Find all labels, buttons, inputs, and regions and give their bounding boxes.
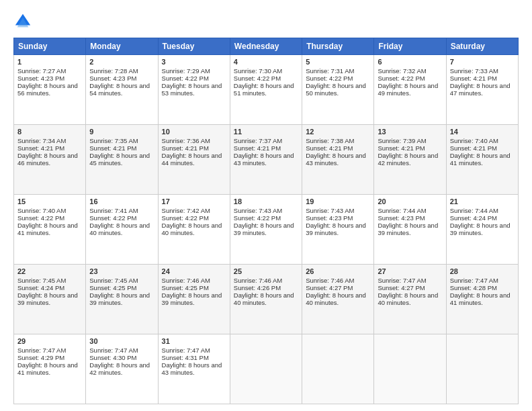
sunset-label: Sunset: 4:21 PM bbox=[378, 144, 425, 152]
sunrise-label: Sunrise: 7:33 AM bbox=[450, 67, 498, 75]
day-cell: 22Sunrise: 7:45 AMSunset: 4:24 PMDayligh… bbox=[14, 265, 86, 334]
sunset-label: Sunset: 4:30 PM bbox=[89, 354, 136, 361]
day-number: 8 bbox=[17, 128, 82, 136]
sunset-label: Sunset: 4:22 PM bbox=[162, 75, 209, 82]
day-cell bbox=[230, 334, 302, 404]
sunset-label: Sunset: 4:25 PM bbox=[162, 284, 209, 291]
daylight-label: Daylight: 8 hours and 39 minutes. bbox=[234, 222, 294, 236]
sunset-label: Sunset: 4:31 PM bbox=[162, 354, 209, 361]
day-cell: 27Sunrise: 7:47 AMSunset: 4:27 PMDayligh… bbox=[374, 265, 446, 334]
sunrise-label: Sunrise: 7:27 AM bbox=[17, 67, 66, 75]
day-cell: 29Sunrise: 7:47 AMSunset: 4:29 PMDayligh… bbox=[14, 334, 86, 404]
sunrise-label: Sunrise: 7:47 AM bbox=[17, 347, 66, 354]
sunrise-label: Sunrise: 7:40 AM bbox=[17, 207, 66, 214]
logo-icon bbox=[13, 12, 32, 31]
day-number: 12 bbox=[306, 128, 370, 136]
sunrise-label: Sunrise: 7:43 AM bbox=[306, 207, 354, 214]
daylight-label: Daylight: 8 hours and 40 minutes. bbox=[89, 222, 150, 236]
week-row-1: 1Sunrise: 7:27 AMSunset: 4:23 PMDaylight… bbox=[14, 55, 519, 125]
daylight-label: Daylight: 8 hours and 50 minutes. bbox=[306, 82, 366, 97]
day-number: 10 bbox=[162, 128, 226, 136]
day-cell: 2Sunrise: 7:28 AMSunset: 4:23 PMDaylight… bbox=[86, 55, 158, 125]
sunset-label: Sunset: 4:24 PM bbox=[17, 284, 64, 291]
daylight-label: Daylight: 8 hours and 39 minutes. bbox=[450, 222, 511, 236]
day-cell: 14Sunrise: 7:40 AMSunset: 4:21 PMDayligh… bbox=[446, 125, 518, 195]
daylight-label: Daylight: 8 hours and 42 minutes. bbox=[378, 152, 438, 167]
day-cell bbox=[374, 334, 446, 404]
weekday-header-thursday: Thursday bbox=[302, 38, 374, 55]
week-row-5: 29Sunrise: 7:47 AMSunset: 4:29 PMDayligh… bbox=[14, 334, 519, 404]
header bbox=[13, 12, 519, 31]
day-cell: 8Sunrise: 7:34 AMSunset: 4:21 PMDaylight… bbox=[14, 125, 86, 195]
sunset-label: Sunset: 4:29 PM bbox=[17, 354, 64, 361]
day-cell bbox=[302, 334, 374, 404]
weekday-header-sunday: Sunday bbox=[14, 38, 86, 55]
calendar-table: SundayMondayTuesdayWednesdayThursdayFrid… bbox=[13, 38, 519, 404]
sunset-label: Sunset: 4:22 PM bbox=[17, 214, 64, 222]
day-number: 7 bbox=[450, 58, 515, 66]
sunrise-label: Sunrise: 7:47 AM bbox=[162, 347, 210, 354]
sunset-label: Sunset: 4:22 PM bbox=[234, 75, 281, 82]
daylight-label: Daylight: 8 hours and 39 minutes. bbox=[306, 222, 366, 236]
sunrise-label: Sunrise: 7:31 AM bbox=[306, 67, 354, 75]
sunrise-label: Sunrise: 7:28 AM bbox=[89, 67, 138, 75]
sunset-label: Sunset: 4:21 PM bbox=[450, 75, 497, 82]
sunrise-label: Sunrise: 7:47 AM bbox=[378, 277, 426, 284]
daylight-label: Daylight: 8 hours and 39 minutes. bbox=[89, 291, 150, 306]
daylight-label: Daylight: 8 hours and 40 minutes. bbox=[378, 291, 438, 306]
day-number: 1 bbox=[17, 58, 82, 66]
day-cell: 30Sunrise: 7:47 AMSunset: 4:30 PMDayligh… bbox=[86, 334, 158, 404]
weekday-header-row: SundayMondayTuesdayWednesdayThursdayFrid… bbox=[14, 38, 519, 55]
day-number: 20 bbox=[378, 197, 442, 205]
sunset-label: Sunset: 4:27 PM bbox=[306, 284, 353, 291]
day-number: 27 bbox=[378, 267, 442, 275]
daylight-label: Daylight: 8 hours and 45 minutes. bbox=[89, 152, 150, 167]
day-number: 25 bbox=[234, 267, 298, 275]
day-number: 11 bbox=[234, 128, 298, 136]
sunset-label: Sunset: 4:23 PM bbox=[89, 75, 136, 82]
daylight-label: Daylight: 8 hours and 53 minutes. bbox=[162, 82, 222, 97]
page: SundayMondayTuesdayWednesdayThursdayFrid… bbox=[0, 0, 532, 411]
day-number: 4 bbox=[234, 58, 298, 66]
week-row-2: 8Sunrise: 7:34 AMSunset: 4:21 PMDaylight… bbox=[14, 125, 519, 195]
day-cell: 13Sunrise: 7:39 AMSunset: 4:21 PMDayligh… bbox=[374, 125, 446, 195]
sunrise-label: Sunrise: 7:34 AM bbox=[17, 137, 66, 144]
daylight-label: Daylight: 8 hours and 43 minutes. bbox=[162, 361, 222, 376]
weekday-header-wednesday: Wednesday bbox=[230, 38, 302, 55]
sunrise-label: Sunrise: 7:44 AM bbox=[450, 207, 498, 214]
day-cell: 16Sunrise: 7:41 AMSunset: 4:22 PMDayligh… bbox=[86, 195, 158, 265]
sunrise-label: Sunrise: 7:45 AM bbox=[89, 277, 138, 284]
day-number: 16 bbox=[89, 197, 154, 205]
daylight-label: Daylight: 8 hours and 56 minutes. bbox=[17, 82, 78, 97]
day-cell: 26Sunrise: 7:46 AMSunset: 4:27 PMDayligh… bbox=[302, 265, 374, 334]
day-cell: 23Sunrise: 7:45 AMSunset: 4:25 PMDayligh… bbox=[86, 265, 158, 334]
day-cell bbox=[446, 334, 518, 404]
sunrise-label: Sunrise: 7:36 AM bbox=[162, 137, 210, 144]
day-number: 19 bbox=[306, 197, 370, 205]
sunset-label: Sunset: 4:26 PM bbox=[234, 284, 281, 291]
sunrise-label: Sunrise: 7:43 AM bbox=[234, 207, 282, 214]
day-cell: 3Sunrise: 7:29 AMSunset: 4:22 PMDaylight… bbox=[158, 55, 230, 125]
day-number: 14 bbox=[450, 128, 515, 136]
sunset-label: Sunset: 4:21 PM bbox=[234, 144, 281, 152]
daylight-label: Daylight: 8 hours and 46 minutes. bbox=[17, 152, 78, 167]
sunset-label: Sunset: 4:21 PM bbox=[162, 144, 209, 152]
day-cell: 19Sunrise: 7:43 AMSunset: 4:23 PMDayligh… bbox=[302, 195, 374, 265]
daylight-label: Daylight: 8 hours and 47 minutes. bbox=[450, 82, 511, 97]
day-number: 28 bbox=[450, 267, 515, 275]
sunset-label: Sunset: 4:21 PM bbox=[17, 144, 64, 152]
daylight-label: Daylight: 8 hours and 41 minutes. bbox=[450, 152, 511, 167]
day-cell: 9Sunrise: 7:35 AMSunset: 4:21 PMDaylight… bbox=[86, 125, 158, 195]
week-row-4: 22Sunrise: 7:45 AMSunset: 4:24 PMDayligh… bbox=[14, 265, 519, 334]
weekday-header-monday: Monday bbox=[86, 38, 158, 55]
sunset-label: Sunset: 4:21 PM bbox=[306, 144, 353, 152]
daylight-label: Daylight: 8 hours and 41 minutes. bbox=[17, 361, 78, 376]
daylight-label: Daylight: 8 hours and 44 minutes. bbox=[162, 152, 222, 167]
day-number: 29 bbox=[17, 337, 82, 345]
sunset-label: Sunset: 4:22 PM bbox=[162, 214, 209, 222]
daylight-label: Daylight: 8 hours and 40 minutes. bbox=[162, 222, 222, 236]
daylight-label: Daylight: 8 hours and 43 minutes. bbox=[234, 152, 294, 167]
sunset-label: Sunset: 4:22 PM bbox=[306, 75, 353, 82]
day-number: 18 bbox=[234, 197, 298, 205]
sunset-label: Sunset: 4:25 PM bbox=[89, 284, 136, 291]
